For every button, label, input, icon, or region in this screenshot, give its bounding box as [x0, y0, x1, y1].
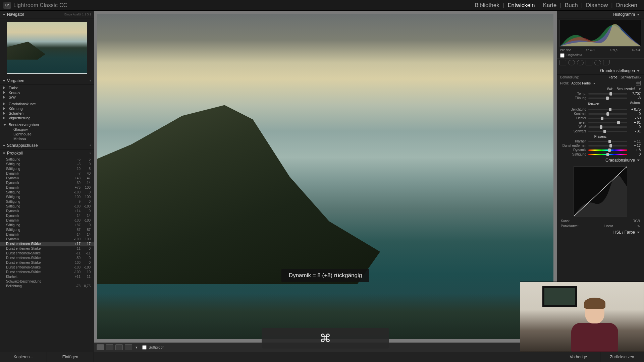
history-row[interactable]: Sättigung+870	[0, 223, 94, 228]
history-row[interactable]: Dunst entfernen-Stärke+1717	[0, 242, 94, 246]
treatment-bw[interactable]: Schwarzweiß	[621, 75, 641, 79]
brush-tool[interactable]	[603, 60, 610, 65]
curve-point[interactable]: Linear	[604, 224, 613, 228]
slider-dunstentfernen[interactable]: Dunst entfernen+ 17	[557, 143, 644, 148]
spot-tool[interactable]	[568, 60, 575, 65]
slider-schwarz[interactable]: Schwarz- 31	[557, 129, 644, 133]
profile-name[interactable]: Adobe Farbe	[572, 81, 591, 85]
paste-settings-button[interactable]: Einfügen	[47, 352, 94, 362]
curve-channel[interactable]: RGB	[633, 219, 640, 223]
history-row[interactable]: Dunst entfernen-Stärke-10010	[0, 270, 94, 275]
history-row[interactable]: Dynamik-740	[0, 171, 94, 176]
history-row[interactable]: Dunst entfernen-Stärke-110	[0, 246, 94, 251]
history-row[interactable]: Schwarz-Beschneidung	[0, 279, 94, 284]
slider-dynamik[interactable]: Dynamik+ 8	[557, 148, 644, 152]
history-row[interactable]: Dunst entfernen-Stärke-1000	[0, 260, 94, 265]
tone-curve[interactable]	[574, 166, 627, 217]
history-row[interactable]: Dynamik-1414	[0, 214, 94, 218]
history-row[interactable]: Dynamik+140	[0, 209, 94, 214]
preset-user-group[interactable]: Benutzervorgaben	[0, 122, 94, 127]
slider-wei[interactable]: Weiß0	[557, 125, 644, 129]
histogram-header[interactable]: Histogramm	[557, 11, 644, 18]
profile-browser-icon[interactable]	[636, 81, 641, 85]
history-row[interactable]: Sättigung-10-5	[0, 167, 94, 171]
history-row[interactable]: Sättigung+100100	[0, 195, 94, 199]
history-row[interactable]: Sättigung-87-87	[0, 228, 94, 232]
history-row[interactable]: Dunst entfernen-Stärke-500	[0, 256, 94, 260]
curve-edit-icon[interactable]: ✎	[637, 224, 640, 228]
slider-tnung[interactable]: Tönung-3	[557, 96, 644, 100]
history-row[interactable]: Dynamik-100-100	[0, 218, 94, 223]
module-karte[interactable]: Karte	[540, 2, 560, 9]
previous-button[interactable]: Vorherige	[557, 352, 600, 362]
history-header[interactable]: Protokoll ×	[0, 149, 94, 157]
profile-dropdown-icon[interactable]: ▾	[593, 81, 595, 85]
preset-group[interactable]: S/W	[0, 95, 94, 100]
history-row[interactable]: Dynamik-1414	[0, 232, 94, 237]
module-drucken[interactable]: Drucken	[613, 2, 641, 9]
preset-group[interactable]: Schärfen	[0, 111, 94, 116]
original-photo-checkbox[interactable]	[560, 53, 565, 58]
history-row[interactable]: Sättigung-1000	[0, 190, 94, 195]
preset-item[interactable]: Lighthouse	[0, 132, 94, 136]
clear-history-icon[interactable]: ×	[90, 152, 91, 155]
module-buch[interactable]: Buch	[561, 2, 581, 9]
wb-dropdown-icon[interactable]: ▾	[639, 87, 641, 91]
preset-group[interactable]: Gradationskurve	[0, 102, 94, 106]
history-row[interactable]: Sättigung-55	[0, 157, 94, 162]
wb-preset[interactable]: Benutzerdef.	[616, 87, 636, 91]
slider-sttigung[interactable]: Sättigung0	[557, 152, 644, 157]
module-entwickeln[interactable]: Entwickeln	[504, 2, 538, 9]
before-after-lr-button[interactable]	[106, 344, 113, 350]
slider-kontrast[interactable]: Kontrast0	[557, 112, 644, 116]
tone-curve-header[interactable]: Gradationskurve	[557, 157, 644, 164]
radial-filter-tool[interactable]	[594, 60, 601, 65]
snapshots-header[interactable]: Schnappschüsse +	[0, 142, 94, 149]
preset-group[interactable]: Vignettierung	[0, 116, 94, 120]
navigator-header[interactable]: Navigator Einpa Ausfül 1:1 3:1	[0, 11, 94, 18]
navigator-zoom-labels[interactable]: Einpa Ausfül 1:1 3:1	[64, 13, 91, 16]
slider-temp[interactable]: Temp.7.707	[557, 92, 644, 96]
crop-tool[interactable]	[559, 60, 566, 65]
module-diashow[interactable]: Diashow	[583, 2, 611, 9]
preset-item[interactable]: Glasgow	[0, 127, 94, 132]
preset-group[interactable]: Farbe	[0, 85, 94, 90]
history-row[interactable]: Belichtung-730,75	[0, 284, 94, 289]
module-bibliothek[interactable]: Bibliothek	[471, 2, 503, 9]
history-row[interactable]: Dynamik-100100	[0, 237, 94, 242]
slider-tiefen[interactable]: Tiefen+ 61	[557, 120, 644, 125]
navigator-thumbnail[interactable]	[7, 22, 87, 74]
copy-settings-button[interactable]: Kopieren...	[0, 352, 47, 362]
auto-tone-button[interactable]: Autom.	[630, 101, 641, 107]
add-snapshot-icon[interactable]: +	[90, 144, 91, 147]
softproof-checkbox[interactable]	[142, 345, 147, 350]
history-row[interactable]: Sättigung-90	[0, 199, 94, 204]
preset-group[interactable]: Kreativ	[0, 90, 94, 95]
history-row[interactable]: Dunst entfernen-Stärke-100-100	[0, 265, 94, 270]
basic-header[interactable]: Grundeinstellungen	[557, 67, 644, 75]
history-row[interactable]: Dynamik+75100	[0, 185, 94, 190]
add-preset-icon[interactable]: +	[90, 79, 91, 82]
presets-header[interactable]: Vorgaben +	[0, 77, 94, 85]
history-row[interactable]: Dunst entfernen-Stärke-11-11	[0, 251, 94, 256]
slider-belichtung[interactable]: Belichtung+ 0,75	[557, 107, 644, 112]
history-row[interactable]: Klarheit+1111	[0, 275, 94, 279]
before-after-split-button[interactable]	[125, 344, 132, 350]
redeye-tool[interactable]	[577, 60, 584, 65]
history-row[interactable]: Dynamik+4347	[0, 176, 94, 181]
loupe-view-button[interactable]	[97, 344, 104, 350]
slider-klarheit[interactable]: Klarheit+ 11	[557, 139, 644, 143]
history-row[interactable]: Dynamik-39-14	[0, 181, 94, 185]
hsl-header[interactable]: HSL / Farbe	[557, 229, 644, 236]
treatment-color[interactable]: Farbe	[608, 75, 617, 79]
reset-button[interactable]: Zurücksetzen	[600, 352, 644, 362]
history-row[interactable]: Sättigung-100-100	[0, 204, 94, 209]
history-row[interactable]: Sättigung-50	[0, 162, 94, 167]
before-after-tb-button[interactable]	[115, 344, 123, 350]
slider-lichter[interactable]: Lichter- 50	[557, 116, 644, 120]
preset-item[interactable]: Melissa	[0, 136, 94, 141]
grad-filter-tool[interactable]	[586, 60, 592, 65]
image-canvas[interactable]: Dynamik = 8 (+8) rückgängig	[97, 14, 553, 339]
histogram[interactable]	[559, 20, 641, 47]
preset-group[interactable]: Körnung	[0, 106, 94, 111]
